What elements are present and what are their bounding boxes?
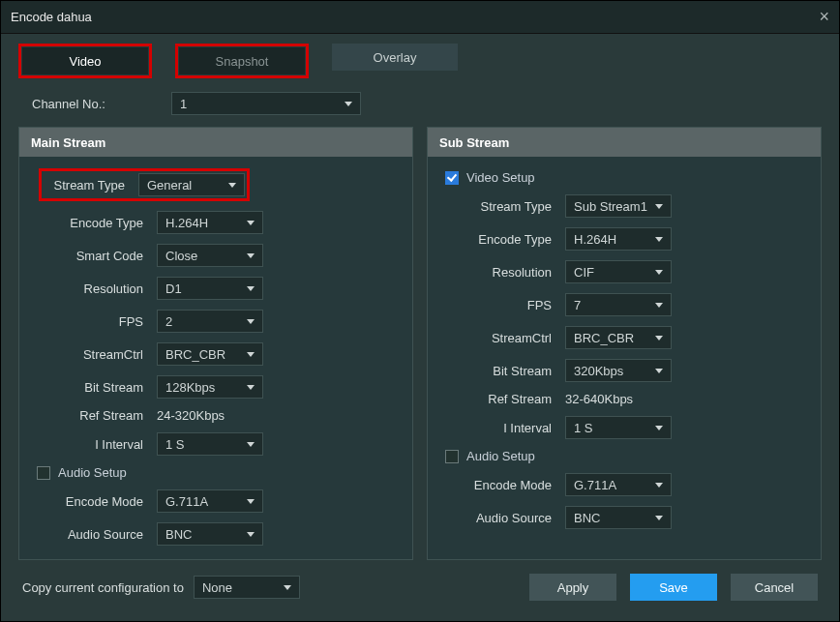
sub-encode-type-label: Encode Type: [451, 232, 565, 247]
caret-down-icon: [655, 336, 663, 341]
caret-down-icon: [655, 270, 663, 275]
channel-label: Channel No.:: [32, 97, 158, 111]
sub-stream-type-value: Sub Stream1: [574, 199, 647, 214]
sub-iinterval-select[interactable]: 1 S: [565, 416, 672, 439]
main-smart-code-label: Smart Code: [43, 249, 157, 263]
main-audio-setup-checkbox[interactable]: [37, 466, 50, 480]
main-fps-label: FPS: [43, 314, 157, 329]
main-resolution-value: D1: [165, 281, 182, 296]
sub-encode-mode-label: Encode Mode: [451, 478, 565, 492]
copy-config-value: None: [202, 580, 232, 595]
footer: Copy current configuration to None Apply…: [1, 560, 839, 601]
sub-streamctrl-select[interactable]: BRC_CBR: [565, 326, 672, 349]
sub-audio-setup-checkbox[interactable]: [445, 450, 459, 463]
stream-type-highlight: Stream Type General: [39, 168, 250, 201]
channel-row: Channel No.: 1: [1, 84, 839, 127]
sub-iinterval-value: 1 S: [574, 421, 593, 435]
sub-streamctrl-label: StreamCtrl: [451, 331, 565, 345]
sub-audio-setup-row: Audio Setup: [445, 449, 805, 463]
caret-down-icon: [345, 102, 352, 106]
sub-fps-label: FPS: [451, 298, 565, 312]
save-button[interactable]: Save: [630, 574, 717, 601]
sub-video-setup-row: Video Setup: [445, 170, 805, 185]
main-iinterval-label: I Interval: [43, 437, 157, 452]
sub-bitstream-label: Bit Stream: [451, 364, 565, 378]
main-resolution-select[interactable]: D1: [157, 277, 263, 300]
main-bitstream-select[interactable]: 128Kbps: [157, 375, 263, 399]
tab-snapshot[interactable]: Snapshot: [179, 47, 305, 74]
caret-down-icon: [247, 319, 255, 324]
sub-stream-type-label: Stream Type: [451, 199, 565, 214]
caret-down-icon: [247, 499, 255, 504]
tab-overlay[interactable]: Overlay: [332, 44, 458, 71]
sub-resolution-select[interactable]: CIF: [565, 260, 672, 283]
main-audio-source-select[interactable]: BNC: [157, 522, 263, 546]
sub-encode-type-select[interactable]: H.264H: [565, 227, 672, 251]
copy-config-select[interactable]: None: [194, 576, 300, 599]
main-fps-select[interactable]: 2: [157, 310, 263, 333]
sub-bitstream-value: 320Kbps: [574, 364, 623, 378]
sub-fps-select[interactable]: 7: [565, 293, 672, 316]
main-audio-source-value: BNC: [165, 527, 192, 542]
caret-down-icon: [655, 303, 663, 308]
main-audio-source-label: Audio Source: [43, 527, 157, 542]
caret-down-icon: [228, 183, 236, 188]
main-streamctrl-value: BRC_CBR: [165, 347, 225, 362]
sub-resolution-value: CIF: [574, 265, 594, 280]
title-bar: Encode dahua ×: [1, 1, 839, 34]
sub-video-setup-checkbox[interactable]: [445, 171, 459, 185]
cancel-button[interactable]: Cancel: [731, 574, 818, 601]
caret-down-icon: [655, 426, 663, 430]
copy-config-label: Copy current configuration to: [22, 580, 184, 595]
tab-video[interactable]: Video: [22, 47, 148, 74]
caret-down-icon: [284, 585, 291, 590]
caret-down-icon: [655, 204, 663, 209]
sub-audio-source-label: Audio Source: [451, 511, 565, 525]
caret-down-icon: [655, 369, 663, 373]
caret-down-icon: [655, 483, 663, 488]
sub-resolution-label: Resolution: [451, 265, 565, 280]
caret-down-icon: [247, 221, 255, 225]
main-stream-type-label: Stream Type: [44, 178, 138, 193]
close-icon[interactable]: ×: [819, 7, 829, 27]
sub-video-setup-label: Video Setup: [466, 170, 535, 185]
main-encode-type-value: H.264H: [165, 216, 208, 230]
main-encode-mode-select[interactable]: G.711A: [157, 489, 263, 513]
main-encode-type-label: Encode Type: [43, 216, 157, 230]
main-resolution-label: Resolution: [43, 281, 157, 296]
main-iinterval-select[interactable]: 1 S: [157, 432, 263, 456]
sub-encode-mode-select[interactable]: G.711A: [565, 473, 672, 496]
encode-dialog: Encode dahua × Video Snapshot Overlay Ch…: [0, 0, 840, 622]
dialog-title: Encode dahua: [11, 10, 92, 24]
sub-stream-type-select[interactable]: Sub Stream1: [565, 194, 672, 218]
main-stream-type-select[interactable]: General: [138, 173, 245, 196]
sub-streamctrl-value: BRC_CBR: [574, 331, 634, 345]
main-encode-type-select[interactable]: H.264H: [157, 211, 263, 234]
caret-down-icon: [247, 532, 255, 537]
main-encode-mode-label: Encode Mode: [43, 494, 157, 509]
sub-audio-source-value: BNC: [574, 511, 600, 525]
sub-audio-source-select[interactable]: BNC: [565, 506, 672, 529]
sub-encode-mode-value: G.711A: [574, 478, 616, 492]
main-streamctrl-select[interactable]: BRC_CBR: [157, 342, 263, 366]
apply-button[interactable]: Apply: [529, 574, 616, 601]
sub-stream-header: Sub Stream: [428, 128, 821, 157]
caret-down-icon: [655, 237, 663, 242]
video-tab-highlight: Video: [18, 44, 152, 78]
main-iinterval-value: 1 S: [165, 437, 185, 452]
main-fps-value: 2: [165, 314, 172, 329]
channel-select[interactable]: 1: [171, 92, 361, 115]
main-streamctrl-label: StreamCtrl: [43, 347, 157, 362]
main-smart-code-select[interactable]: Close: [157, 244, 263, 267]
main-audio-setup-row: Audio Setup: [37, 465, 397, 480]
caret-down-icon: [247, 253, 255, 258]
main-audio-setup-label: Audio Setup: [58, 465, 127, 480]
sub-bitstream-select[interactable]: 320Kbps: [565, 359, 672, 382]
main-refstream-value: 24-320Kbps: [157, 408, 225, 423]
sub-fps-value: 7: [574, 298, 581, 312]
main-stream-header: Main Stream: [19, 128, 412, 157]
caret-down-icon: [247, 352, 255, 357]
main-bitstream-label: Bit Stream: [43, 380, 157, 395]
main-stream-panel: Main Stream Stream Type General Encode T…: [18, 127, 413, 560]
panels: Main Stream Stream Type General Encode T…: [1, 127, 839, 560]
